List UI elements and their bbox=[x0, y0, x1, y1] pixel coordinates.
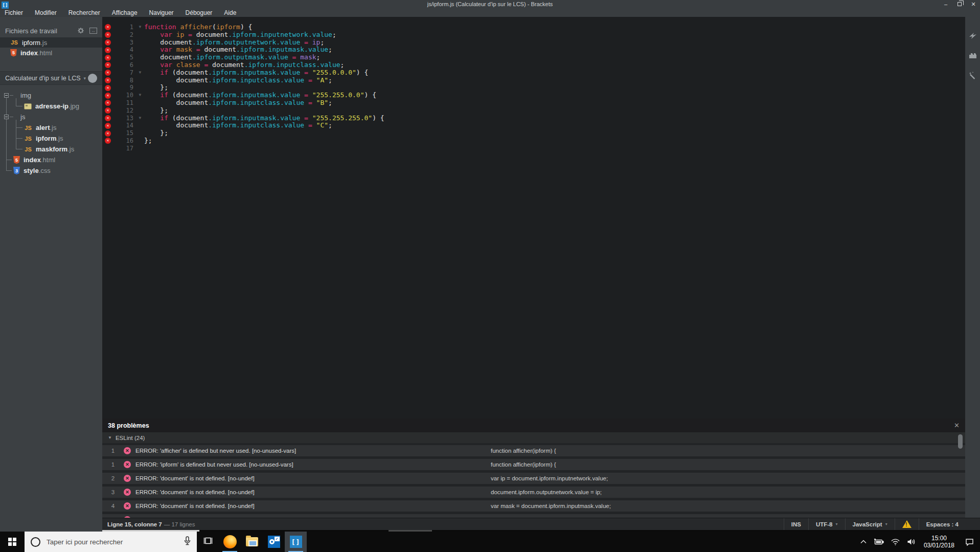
problem-row-1[interactable]: 1✕ERROR: 'afficher' is defined but never… bbox=[102, 445, 965, 456]
code-line-13[interactable]: ✕13▼ if (document.ipform.inputmask.value… bbox=[102, 115, 965, 122]
tree-connector bbox=[16, 127, 22, 128]
code-token: "A" bbox=[316, 77, 328, 84]
menu-aide[interactable]: Aide bbox=[224, 9, 236, 16]
taskbar-app-outlook[interactable]: ✓ bbox=[263, 532, 285, 552]
tree-file-maskform-js[interactable]: JSmaskform.js bbox=[0, 144, 102, 154]
taskbar-app-explorer[interactable] bbox=[241, 532, 263, 552]
code-line-7[interactable]: ✕7▼ if (document.ipform.inputmask.value … bbox=[102, 69, 965, 77]
project-switcher[interactable]: Calculateur d'ip sur le LCS ▾ bbox=[0, 71, 102, 85]
js-file-icon: JS bbox=[24, 146, 32, 152]
insert-mode-toggle[interactable]: INS bbox=[784, 518, 808, 530]
action-center-icon[interactable] bbox=[959, 532, 980, 552]
line-number: 1 bbox=[113, 24, 136, 31]
code-token: .ipform.inputclass.value bbox=[208, 122, 304, 129]
microphone-icon[interactable] bbox=[184, 536, 191, 548]
fold-arrow-icon[interactable]: ▼ bbox=[136, 24, 144, 31]
extension-manager-icon[interactable] bbox=[968, 51, 977, 62]
start-button[interactable] bbox=[0, 532, 25, 552]
code-line-16[interactable]: ✕16}; bbox=[102, 137, 965, 145]
battery-icon[interactable] bbox=[870, 532, 887, 552]
code-line-2[interactable]: ✕2 var ip = document.ipform.inputnetwork… bbox=[102, 31, 965, 39]
code-line-5[interactable]: ✕5 document.ipform.outputmask.value = ma… bbox=[102, 54, 965, 61]
encoding-select[interactable]: UTF-8 ▾ bbox=[808, 518, 845, 530]
tree-file-adresse-ip-jpg[interactable]: adresse-ip.jpg bbox=[0, 101, 102, 112]
taskbar-search[interactable]: Taper ici pour rechercher bbox=[25, 532, 197, 552]
wand-icon[interactable] bbox=[968, 71, 977, 82]
code-line-12[interactable]: ✕12 }; bbox=[102, 107, 965, 115]
tree-file-index-html[interactable]: 5index.html bbox=[0, 154, 102, 165]
code-token: ) { bbox=[364, 92, 376, 99]
working-file-index-html[interactable]: 5index.html bbox=[0, 48, 102, 58]
menu-fichier[interactable]: Fichier bbox=[5, 9, 23, 16]
indent-setting[interactable]: Espaces : 4 bbox=[919, 518, 966, 530]
cortana-icon bbox=[31, 537, 40, 547]
line-number: 3 bbox=[113, 39, 136, 47]
code-token: ) { bbox=[372, 115, 384, 122]
tree-collapse-icon[interactable] bbox=[4, 115, 9, 119]
code-line-11[interactable]: ✕11 document.ipform.inputclass.value = "… bbox=[102, 99, 965, 107]
tree-file-alert-js[interactable]: JSalert.js bbox=[0, 122, 102, 133]
gutter-error-cell: ✕ bbox=[102, 107, 113, 114]
error-icon: ✕ bbox=[124, 489, 131, 496]
cursor-position[interactable]: Ligne 15, colonne 7 bbox=[107, 521, 162, 527]
avatar[interactable] bbox=[88, 74, 97, 83]
tree-folder-img[interactable]: img bbox=[0, 90, 102, 101]
taskbar-app-task-view[interactable] bbox=[197, 532, 219, 552]
line-number: 11 bbox=[113, 99, 136, 107]
fold-arrow-icon[interactable]: ▼ bbox=[136, 69, 144, 77]
split-view-icon[interactable]: ↔ bbox=[89, 28, 97, 34]
lint-warning-indicator[interactable] bbox=[895, 518, 919, 530]
code-line-15[interactable]: ✕15 }; bbox=[102, 129, 965, 137]
fold-arrow-icon[interactable]: ▼ bbox=[136, 115, 144, 122]
code-line-10[interactable]: ✕10▼ if (document.ipform.inputmask.value… bbox=[102, 92, 965, 99]
line-number: 12 bbox=[113, 107, 136, 115]
problems-scrollbar-thumb[interactable] bbox=[958, 434, 963, 449]
taskbar-clock[interactable]: 15:00 03/01/2018 bbox=[919, 535, 959, 549]
code-line-3[interactable]: ✕3 document.ipform.outputnetwork.value =… bbox=[102, 39, 965, 47]
gear-icon[interactable] bbox=[77, 27, 84, 34]
chevron-up-icon[interactable] bbox=[857, 532, 870, 552]
code-line-1[interactable]: ✕1▼function afficher(ipform) { bbox=[102, 24, 965, 31]
code-line-6[interactable]: ✕6 var classe = document.ipform.inputcla… bbox=[102, 61, 965, 69]
minimize-button[interactable]: – bbox=[942, 1, 949, 8]
close-icon[interactable]: ✕ bbox=[954, 422, 960, 429]
menu-affichage[interactable]: Affichage bbox=[112, 9, 138, 16]
code-token bbox=[144, 115, 160, 122]
problem-row-3[interactable]: 2✕ERROR: 'document' is not defined. [no-… bbox=[102, 473, 965, 484]
live-preview-icon[interactable] bbox=[968, 31, 977, 42]
menu-dboguer[interactable]: Déboguer bbox=[186, 9, 213, 16]
maximize-button[interactable] bbox=[956, 1, 963, 8]
gutter-error-cell: ✕ bbox=[102, 130, 113, 137]
close-button[interactable]: ✕ bbox=[970, 1, 977, 8]
problem-row-6[interactable]: 5✕ERROR: 'document' is not defined. [no-… bbox=[102, 514, 965, 518]
line-number: 15 bbox=[113, 129, 136, 137]
code-editor[interactable]: ✕1▼function afficher(ipform) {✕2 var ip … bbox=[102, 17, 965, 418]
taskbar-app-brackets[interactable]: [] bbox=[285, 532, 307, 552]
fold-arrow-icon[interactable]: ▼ bbox=[136, 92, 144, 99]
code-line-17[interactable]: 17 bbox=[102, 145, 965, 152]
language-select[interactable]: JavaScript ▾ bbox=[845, 518, 895, 530]
problem-row-5[interactable]: 4✕ERROR: 'document' is not defined. [no-… bbox=[102, 500, 965, 512]
code-line-4[interactable]: ✕4 var mask = document.ipform.inputmask.… bbox=[102, 46, 965, 54]
code-line-14[interactable]: ✕14 document.ipform.inputclass.value = "… bbox=[102, 122, 965, 129]
problem-row-4[interactable]: 3✕ERROR: 'document' is not defined. [no-… bbox=[102, 487, 965, 498]
menu-modifier[interactable]: Modifier bbox=[35, 9, 57, 16]
code-line-8[interactable]: ✕8 document.ipform.inputclass.value = "A… bbox=[102, 77, 965, 84]
working-file-ipform-js[interactable]: JSipform.js bbox=[0, 37, 102, 48]
wifi-icon[interactable] bbox=[887, 532, 903, 552]
problems-section-eslint[interactable]: ▼ ESLint (24) bbox=[102, 432, 965, 443]
speaker-icon[interactable] bbox=[903, 532, 919, 552]
tree-file-ipform-js[interactable]: JSipform.js bbox=[0, 133, 102, 144]
error-icon: ✕ bbox=[105, 130, 111, 137]
taskbar-app-firefox[interactable] bbox=[219, 532, 241, 552]
menu-rechercher[interactable]: Rechercher bbox=[69, 9, 100, 16]
problem-line-number: 3 bbox=[102, 489, 124, 495]
menu-naviguer[interactable]: Naviguer bbox=[149, 9, 174, 16]
code-token bbox=[144, 31, 160, 39]
tree-file-style-css[interactable]: 3style.css bbox=[0, 165, 102, 176]
problem-row-2[interactable]: 1✕ERROR: 'ipform' is defined but never u… bbox=[102, 459, 965, 470]
code-line-9[interactable]: ✕9 }; bbox=[102, 84, 965, 92]
tree-collapse-icon[interactable] bbox=[4, 93, 9, 98]
error-icon: ✕ bbox=[105, 138, 111, 144]
tree-folder-js[interactable]: js bbox=[0, 112, 102, 122]
